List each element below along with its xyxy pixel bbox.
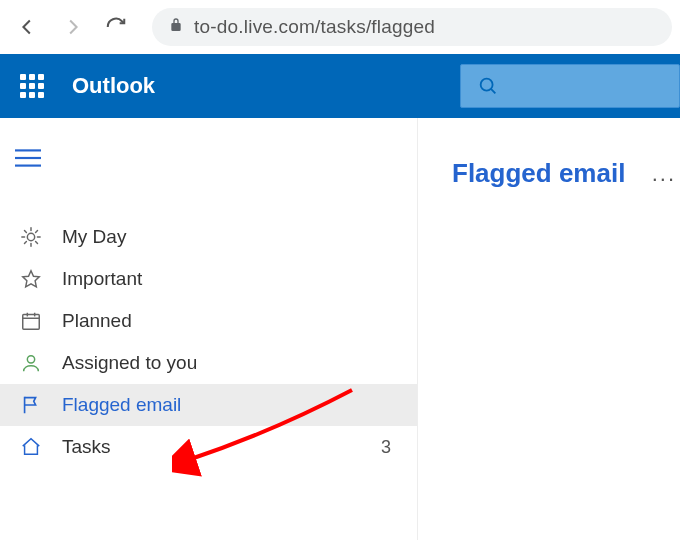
- svg-line-12: [36, 230, 38, 232]
- reload-button[interactable]: [96, 7, 136, 47]
- home-icon: [18, 436, 44, 458]
- hamburger-icon: [15, 148, 41, 168]
- sidebar-item-flagged-email[interactable]: Flagged email: [0, 384, 417, 426]
- sidebar-item-tasks[interactable]: Tasks 3: [0, 426, 417, 468]
- brand-label: Outlook: [72, 73, 155, 99]
- back-button[interactable]: [8, 7, 48, 47]
- sidebar-toggle-button[interactable]: [2, 136, 54, 180]
- person-icon: [18, 352, 44, 374]
- svg-point-4: [27, 233, 34, 240]
- sidebar-item-label: Tasks: [62, 436, 111, 458]
- app-header: Outlook: [0, 54, 680, 118]
- lock-icon: [168, 16, 184, 38]
- sidebar-item-important[interactable]: Important: [0, 258, 417, 300]
- address-bar[interactable]: to-do.live.com/tasks/flagged: [152, 8, 672, 46]
- svg-point-24: [27, 356, 34, 363]
- waffle-icon: [20, 74, 44, 98]
- content-area: My Day Important Planned Assigned to you: [0, 118, 680, 540]
- more-options-button[interactable]: ···: [652, 166, 676, 192]
- calendar-icon: [18, 310, 44, 332]
- sun-icon: [18, 226, 44, 248]
- sidebar: My Day Important Planned Assigned to you: [0, 118, 418, 540]
- sidebar-item-assigned[interactable]: Assigned to you: [0, 342, 417, 384]
- sidebar-item-my-day[interactable]: My Day: [0, 216, 417, 258]
- svg-line-11: [24, 242, 26, 244]
- flag-icon: [18, 394, 44, 416]
- svg-line-9: [24, 230, 26, 232]
- sidebar-item-label: Flagged email: [62, 394, 181, 416]
- sidebar-item-label: My Day: [62, 226, 126, 248]
- sidebar-item-label: Assigned to you: [62, 352, 197, 374]
- star-icon: [18, 268, 44, 290]
- url-text: to-do.live.com/tasks/flagged: [194, 16, 435, 38]
- search-icon: [477, 75, 499, 97]
- sidebar-item-label: Planned: [62, 310, 132, 332]
- search-box[interactable]: [460, 64, 680, 108]
- forward-button[interactable]: [52, 7, 92, 47]
- main-panel: Flagged email ···: [418, 118, 680, 540]
- svg-line-10: [36, 242, 38, 244]
- svg-rect-14: [23, 315, 40, 330]
- page-title: Flagged email: [452, 158, 625, 189]
- sidebar-item-planned[interactable]: Planned: [0, 300, 417, 342]
- sidebar-item-label: Important: [62, 268, 142, 290]
- svg-point-0: [481, 79, 493, 91]
- svg-marker-13: [23, 271, 40, 287]
- browser-toolbar: to-do.live.com/tasks/flagged: [0, 0, 680, 54]
- app-launcher-button[interactable]: [8, 62, 56, 110]
- sidebar-item-count: 3: [381, 437, 399, 458]
